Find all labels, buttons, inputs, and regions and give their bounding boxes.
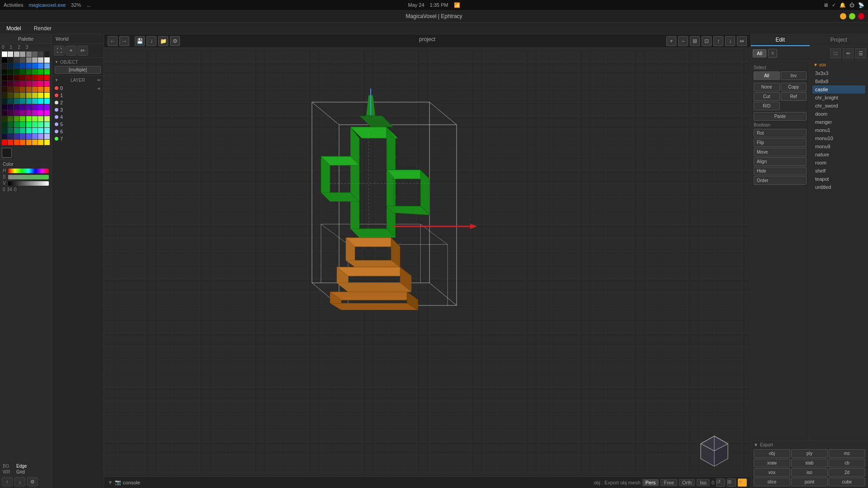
export-btn-obj[interactable]: obj xyxy=(754,449,790,458)
color-cell-72[interactable] xyxy=(2,104,7,110)
fit-view-btn[interactable]: ⊞ xyxy=(690,36,700,46)
color-cell-86[interactable] xyxy=(38,110,43,116)
color-cell-0[interactable] xyxy=(2,52,7,57)
color-cell-42[interactable] xyxy=(14,81,19,86)
color-cell-104[interactable] xyxy=(2,128,7,133)
window-controls[interactable] xyxy=(840,13,864,19)
color-cell-114[interactable] xyxy=(14,134,19,139)
project-item-chr_sword[interactable]: chr_sword xyxy=(812,102,865,110)
color-cell-49[interactable] xyxy=(8,87,13,92)
color-cell-110[interactable] xyxy=(38,128,43,133)
color-cell-84[interactable] xyxy=(26,110,32,116)
color-cell-24[interactable] xyxy=(2,69,7,75)
palette-export-btn[interactable]: ↓ xyxy=(14,477,25,486)
order-btn[interactable]: Order xyxy=(754,176,807,185)
color-cell-33[interactable] xyxy=(8,75,13,80)
minimize-btn[interactable] xyxy=(840,13,846,19)
object-tag[interactable]: [multiple] xyxy=(55,66,101,74)
color-cell-18[interactable] xyxy=(14,63,19,69)
align-btn[interactable]: Align xyxy=(754,157,807,166)
nav-fwd-btn[interactable]: → xyxy=(119,36,129,46)
val-slider[interactable] xyxy=(8,181,49,186)
palette-import-btn[interactable]: ↑ xyxy=(2,477,13,486)
color-cell-122[interactable] xyxy=(14,140,19,145)
color-cell-36[interactable] xyxy=(26,75,32,80)
zoom-in-btn[interactable]: + xyxy=(666,36,676,46)
project-item-nature[interactable]: nature xyxy=(812,150,865,159)
nav-back-btn[interactable]: ← xyxy=(108,36,118,46)
color-cell-79[interactable] xyxy=(44,104,50,110)
zoom-out-btn[interactable]: − xyxy=(678,36,688,46)
color-cell-102[interactable] xyxy=(38,122,43,127)
hue-slider[interactable] xyxy=(8,169,49,173)
color-cell-91[interactable] xyxy=(20,116,25,122)
project-item-3x3x3[interactable]: 3x3x3 xyxy=(812,69,865,77)
nav-save-btn[interactable]: 💾 xyxy=(135,36,145,46)
color-cell-39[interactable] xyxy=(44,75,50,80)
copy-btn[interactable]: Copy xyxy=(781,83,807,91)
color-cell-95[interactable] xyxy=(44,116,50,122)
color-cell-51[interactable] xyxy=(20,87,25,92)
color-cell-83[interactable] xyxy=(20,110,25,116)
view-up-btn[interactable]: ↑ xyxy=(713,36,723,46)
color-cell-28[interactable] xyxy=(26,69,32,75)
layer-edit-icon[interactable]: ✏ xyxy=(97,78,101,83)
color-cell-99[interactable] xyxy=(20,122,25,127)
layer-item-4[interactable]: 4 xyxy=(55,113,101,121)
menu-render[interactable]: Render xyxy=(31,24,54,33)
rot-btn[interactable]: Rot xyxy=(754,129,807,137)
color-cell-23[interactable] xyxy=(44,63,50,69)
none-btn[interactable]: None xyxy=(754,83,780,91)
project-item-castle[interactable]: castle xyxy=(812,85,865,94)
layer-item-6[interactable]: 6 xyxy=(55,128,101,135)
project-item-untitled[interactable]: untitled xyxy=(812,183,865,191)
color-cell-32[interactable] xyxy=(2,75,7,80)
pers-btn[interactable]: Pers xyxy=(642,479,659,486)
project-item-8x8x8[interactable]: 8x8x8 xyxy=(812,77,865,85)
project-item-monu9[interactable]: monu9 xyxy=(812,142,865,150)
color-cell-118[interactable] xyxy=(38,134,43,139)
color-cell-107[interactable] xyxy=(20,128,25,133)
color-cell-119[interactable] xyxy=(44,134,50,139)
color-cell-71[interactable] xyxy=(44,99,50,104)
color-cell-64[interactable] xyxy=(2,99,7,104)
project-item-monu10[interactable]: monu10 xyxy=(812,134,865,142)
tab-project[interactable]: Project xyxy=(810,34,868,46)
color-cell-85[interactable] xyxy=(32,110,38,116)
select-inv-btn[interactable]: Inv xyxy=(781,71,807,80)
orth-btn[interactable]: Orth xyxy=(679,479,695,486)
cut-btn[interactable]: Cut xyxy=(754,92,780,101)
layer-item-0[interactable]: 0 ◄ xyxy=(55,84,101,92)
color-cell-31[interactable] xyxy=(44,69,50,75)
color-cell-10[interactable] xyxy=(14,57,19,63)
reset-view-btn[interactable]: ↺ xyxy=(716,479,725,487)
color-cell-82[interactable] xyxy=(14,110,19,116)
color-cell-21[interactable] xyxy=(32,63,38,69)
color-cell-46[interactable] xyxy=(38,81,43,86)
export-btn-xraw[interactable]: xraw xyxy=(754,459,790,467)
color-cell-54[interactable] xyxy=(38,87,43,92)
export-btn-point[interactable]: point xyxy=(791,478,828,486)
color-cell-89[interactable] xyxy=(8,116,13,122)
color-cell-37[interactable] xyxy=(32,75,38,80)
mini-cube-nav[interactable] xyxy=(696,434,732,470)
color-cell-112[interactable] xyxy=(2,134,7,139)
color-cell-100[interactable] xyxy=(26,122,32,127)
ref-btn[interactable]: Ref xyxy=(781,92,807,101)
color-cell-13[interactable] xyxy=(32,57,38,63)
export-btn-cb[interactable]: cb xyxy=(829,459,865,467)
color-cell-66[interactable] xyxy=(14,99,19,104)
project-item-menger[interactable]: menger xyxy=(812,118,865,126)
color-cell-11[interactable] xyxy=(20,57,25,63)
color-cell-47[interactable] xyxy=(44,81,50,86)
export-btn-2d[interactable]: 2d xyxy=(829,468,865,477)
iso-btn[interactable]: Iso xyxy=(697,479,710,486)
color-cell-126[interactable] xyxy=(38,140,43,145)
rp-cube-btn[interactable]: □ xyxy=(830,48,841,58)
color-cell-26[interactable] xyxy=(14,69,19,75)
export-btn-ply[interactable]: ply xyxy=(791,449,828,458)
project-item-shelf[interactable]: shelf xyxy=(812,167,865,175)
color-cell-16[interactable] xyxy=(2,63,7,69)
free-btn[interactable]: Free xyxy=(660,479,677,486)
project-item-chr_knight[interactable]: chr_knight xyxy=(812,94,865,102)
